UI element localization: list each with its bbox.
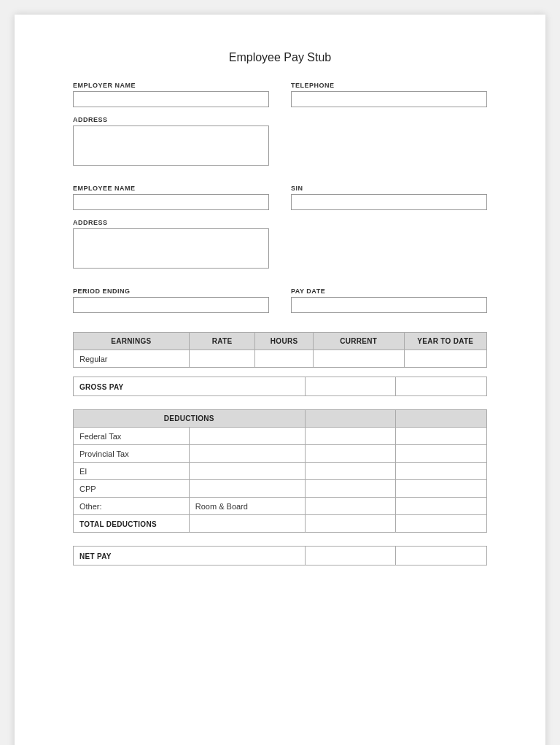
gross-pay-ytd[interactable] (396, 377, 487, 396)
net-pay-row: NET PAY (74, 547, 487, 565)
pay-date-group: PAY DATE (291, 287, 487, 313)
other-desc: Room & Board (189, 498, 305, 515)
hours-col-header: HOURS (255, 333, 313, 350)
other-current[interactable] (305, 498, 396, 515)
telephone-label: TELEPHONE (291, 82, 487, 89)
total-deductions-row: TOTAL DEDUCTIONS (74, 515, 487, 533)
earnings-regular-hours[interactable] (255, 350, 313, 368)
employee-name-label: EMPLOYEE NAME (73, 185, 269, 192)
period-ending-input[interactable] (73, 297, 269, 313)
total-deductions-ytd[interactable] (396, 515, 487, 533)
ei-desc (189, 463, 305, 480)
sin-input[interactable] (291, 194, 487, 210)
provincial-tax-ytd[interactable] (396, 445, 487, 463)
earnings-col-header: EARNINGS (74, 333, 190, 350)
provincial-tax-desc (189, 445, 305, 463)
pay-stub-page: Employee Pay Stub EMPLOYER NAME TELEPHON… (15, 15, 545, 745)
gross-pay-table: GROSS PAY (73, 377, 487, 396)
page-title: Employee Pay Stub (73, 51, 487, 64)
federal-tax-ytd[interactable] (396, 428, 487, 445)
gross-pay-row: GROSS PAY (74, 377, 487, 396)
employee-address-row: ADDRESS (73, 219, 487, 269)
total-deductions-label: TOTAL DEDUCTIONS (74, 515, 190, 533)
earnings-row-regular: Regular (74, 350, 487, 368)
deduction-cpp-row: CPP (74, 480, 487, 498)
employer-name-input[interactable] (73, 91, 269, 107)
earnings-regular-rate[interactable] (189, 350, 255, 368)
federal-tax-label: Federal Tax (74, 428, 190, 445)
provincial-tax-current[interactable] (305, 445, 396, 463)
pay-date-label: PAY DATE (291, 287, 487, 295)
earnings-regular-ytd[interactable] (404, 350, 486, 368)
employee-address-label: ADDRESS (73, 219, 269, 226)
current-col-header: CURRENT (313, 333, 404, 350)
sin-group: SIN (291, 185, 487, 210)
cpp-current[interactable] (305, 480, 396, 498)
net-pay-ytd[interactable] (396, 547, 487, 565)
gross-pay-label: GROSS PAY (74, 377, 306, 396)
employer-address-right-spacer (291, 116, 487, 166)
deductions-current-header (305, 410, 396, 428)
total-deductions-current[interactable] (305, 515, 396, 533)
employer-row: EMPLOYER NAME TELEPHONE (73, 82, 487, 107)
employee-name-input[interactable] (73, 194, 269, 210)
ei-current[interactable] (305, 463, 396, 480)
sin-label: SIN (291, 185, 487, 192)
net-pay-table: NET PAY (73, 546, 487, 565)
ei-label: EI (74, 463, 190, 480)
pay-date-input[interactable] (291, 297, 487, 313)
employee-address-group: ADDRESS (73, 219, 269, 269)
employer-address-group: ADDRESS (73, 116, 269, 166)
cpp-ytd[interactable] (396, 480, 487, 498)
cpp-label: CPP (74, 480, 190, 498)
employee-row: EMPLOYEE NAME SIN (73, 185, 487, 210)
employer-name-label: EMPLOYER NAME (73, 82, 269, 89)
net-pay-label: NET PAY (74, 547, 306, 565)
employee-address-right-spacer (291, 219, 487, 269)
deduction-federal-tax-row: Federal Tax (74, 428, 487, 445)
employer-address-input[interactable] (73, 126, 269, 166)
employee-address-input[interactable] (73, 228, 269, 269)
earnings-regular-current[interactable] (313, 350, 404, 368)
deductions-table: DEDUCTIONS Federal Tax Provincial Tax EI (73, 409, 487, 533)
rate-col-header: RATE (189, 333, 255, 350)
deductions-header: DEDUCTIONS (74, 410, 306, 428)
employer-address-row: ADDRESS (73, 116, 487, 166)
total-deductions-desc (189, 515, 305, 533)
other-ytd[interactable] (396, 498, 487, 515)
deduction-other-row: Other: Room & Board (74, 498, 487, 515)
employer-address-label: ADDRESS (73, 116, 269, 123)
telephone-group: TELEPHONE (291, 82, 487, 107)
provincial-tax-label: Provincial Tax (74, 445, 190, 463)
federal-tax-current[interactable] (305, 428, 396, 445)
employer-name-group: EMPLOYER NAME (73, 82, 269, 107)
deductions-ytd-header (396, 410, 487, 428)
employee-name-group: EMPLOYEE NAME (73, 185, 269, 210)
deduction-provincial-tax-row: Provincial Tax (74, 445, 487, 463)
period-ending-label: PERIOD ENDING (73, 287, 269, 295)
earnings-regular-label: Regular (74, 350, 190, 368)
ytd-col-header: YEAR TO DATE (404, 333, 486, 350)
ei-ytd[interactable] (396, 463, 487, 480)
period-ending-group: PERIOD ENDING (73, 287, 269, 313)
federal-tax-desc (189, 428, 305, 445)
other-label: Other: (74, 498, 190, 515)
cpp-desc (189, 480, 305, 498)
earnings-table: EARNINGS RATE HOURS CURRENT YEAR TO DATE… (73, 332, 487, 368)
deduction-ei-row: EI (74, 463, 487, 480)
gross-pay-current[interactable] (305, 377, 396, 396)
net-pay-current[interactable] (305, 547, 396, 565)
telephone-input[interactable] (291, 91, 487, 107)
period-row: PERIOD ENDING PAY DATE (73, 287, 487, 313)
